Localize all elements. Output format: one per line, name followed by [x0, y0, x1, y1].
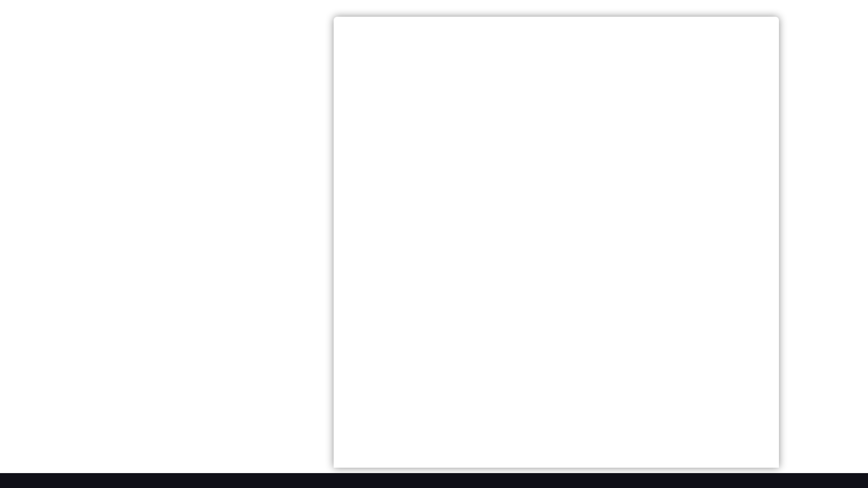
- windows-taskbar: [0, 473, 868, 488]
- chrome-window: [334, 17, 779, 468]
- screen: [0, 0, 868, 488]
